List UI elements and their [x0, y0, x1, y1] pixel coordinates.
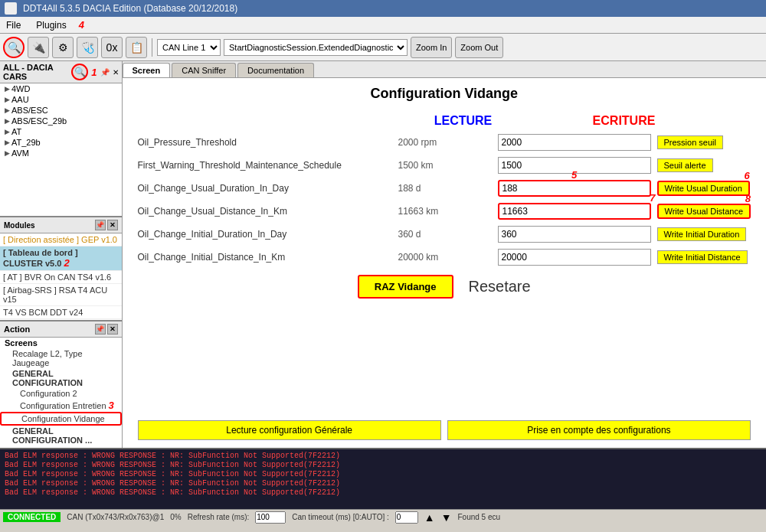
ecriture-header: ECRITURE [529, 114, 720, 128]
row-usual-distance-btn[interactable]: Write Usual Distance [657, 204, 751, 219]
main-layout: ALL - DACIA CARS 🔍 1 📌 ✕ ▶ 4WD ▶ AAU ▶ A… [0, 61, 766, 448]
module-airbag[interactable]: [ Airbag-SRS ] RSA T4 ACU v15 [0, 284, 122, 306]
general-config2-item[interactable]: GENERAL CONFIGURATION ... [0, 426, 122, 446]
config-title: Configuration Vidange [138, 86, 751, 102]
tab-bar: Screen CAN Sniffer Documentation [123, 61, 767, 78]
annot-8: 8 [745, 193, 751, 204]
action-panel-pin[interactable]: 📌 [95, 324, 106, 335]
annot-7: 7 [650, 192, 655, 204]
row-first-warning-btn[interactable]: Seuil alerte [657, 158, 713, 172]
log-line-1: Bad ELM response : WRONG RESPONSE : NR: … [5, 461, 761, 469]
left-panel: ALL - DACIA CARS 🔍 1 📌 ✕ ▶ 4WD ▶ AAU ▶ A… [0, 61, 123, 448]
lectures-item[interactable]: Lectures [0, 446, 122, 448]
row-oil-pressure-lecture: 2000 rpm [398, 137, 498, 148]
toolbar-diag-btn[interactable]: 🩺 [77, 37, 98, 58]
lecture-generale-btn[interactable]: Lecture configuration Générale [138, 420, 441, 440]
prise-en-compte-btn[interactable]: Prise en compte des configurations [447, 420, 751, 440]
module-panel-pin[interactable]: 📌 [95, 220, 106, 230]
toolbar-settings-btn[interactable]: ⚙ [52, 37, 74, 58]
session-select[interactable]: StartDiagnosticSession.ExtendedDiagnosti… [224, 39, 408, 56]
row-usual-duration-lecture: 188 d [398, 183, 498, 194]
toolbar-scan-btn[interactable]: 🔍 [3, 37, 25, 58]
toolbar-sep1 [152, 38, 152, 57]
row-usual-duration-input[interactable] [498, 180, 651, 197]
raz-label: Resetare [469, 278, 531, 295]
module-direction[interactable]: [ Direction assistée ] GEP v1.0 [0, 233, 122, 246]
raz-section: RAZ Vidange Resetare [138, 275, 751, 299]
toolbar-hex-btn[interactable]: 0x [101, 37, 123, 58]
row-usual-distance-input[interactable] [498, 203, 651, 220]
ecu-item-4wd[interactable]: ▶ 4WD [0, 83, 122, 94]
config-entretien-item[interactable]: Configuration Entretien 3 [0, 399, 122, 412]
can-info: CAN (Tx0x743/Rx0x763)@1 [67, 513, 164, 521]
row-first-warning-label: First_Warning_Threshold_Maintenance_Sche… [138, 160, 398, 171]
recalage-item[interactable]: Recalage L2, Type Jaugeage [0, 348, 122, 368]
status-connected: CONNECTED [3, 512, 61, 522]
can-timeout-input[interactable] [395, 511, 418, 524]
ecu-item-avm[interactable]: ▶ AVM [0, 148, 122, 158]
tab-can-sniffer[interactable]: CAN Sniffer [172, 63, 236, 77]
config-headers: LECTURE ECRITURE [138, 114, 751, 128]
module-at-bvr[interactable]: [ AT ] BVR On CAN TS4 v1.6 [0, 271, 122, 284]
screens-section[interactable]: Screens [0, 338, 122, 348]
status-percent: 0% [170, 513, 181, 521]
row-usual-distance: Oil_Change_Usual_Distance_In_Km 11663 km… [138, 203, 751, 220]
bottom-buttons: Lecture configuration Générale Prise en … [123, 420, 767, 448]
ecu-search-btn[interactable]: 🔍 [71, 64, 88, 80]
ecu-item-aau[interactable]: ▶ AAU [0, 94, 122, 105]
refresh-label: Refresh rate (ms): [188, 513, 250, 521]
raz-btn[interactable]: RAZ Vidange [358, 275, 453, 299]
row-usual-duration-btn[interactable]: Write Usual Duration [657, 181, 750, 196]
action-header: Action 📌 ✕ [0, 321, 122, 338]
general-config-item[interactable]: GENERAL CONFIGURATION [0, 368, 122, 388]
row-initial-duration-input[interactable] [498, 226, 651, 243]
can-timeout-label: Can timeout (ms) [0:AUTO] : [292, 513, 389, 521]
title-bar: DDT4All 5.3.5 DACIA Edition (Database 20… [0, 0, 766, 17]
row-first-warning-lecture: 1500 km [398, 160, 498, 171]
zoom-in-btn[interactable]: Zoom In [411, 37, 452, 58]
module-tableau-bord[interactable]: [ Tableau de bord ] CLUSTER v5.0 2 [0, 246, 122, 271]
config-vidange-item[interactable]: Configuration Vidange [0, 412, 122, 426]
can-timeout-down[interactable]: ▼ [441, 511, 452, 524]
ecu-item-at[interactable]: ▶ AT [0, 126, 122, 137]
panel-pin-btn[interactable]: 📌 [100, 68, 110, 77]
action-panel-close[interactable]: ✕ [107, 324, 118, 335]
panel-close-btn[interactable]: ✕ [113, 68, 119, 77]
row-oil-pressure-input[interactable] [498, 134, 651, 151]
config-content: Configuration Vidange LECTURE ECRITURE O… [123, 78, 767, 414]
can-timeout-up[interactable]: ▲ [424, 511, 435, 524]
row-initial-distance-btn[interactable]: Write Initial Distance [657, 250, 748, 264]
ecu-item-at29b[interactable]: ▶ AT_29b [0, 137, 122, 148]
tab-documentation[interactable]: Documentation [237, 63, 314, 77]
row-initial-duration: Oil_Change_Initial_Duration_In_Day 360 d… [138, 226, 751, 243]
toolbar-connect-btn[interactable]: 🔌 [28, 37, 49, 58]
row-initial-distance-lecture: 20000 km [398, 252, 498, 263]
all-cars-label: ALL - DACIA CARS [3, 63, 71, 81]
row-initial-duration-btn[interactable]: Write Initial Duration [657, 227, 747, 241]
module-panel-close[interactable]: ✕ [107, 220, 118, 230]
menu-plugins[interactable]: Plugins [33, 18, 69, 32]
status-bar: CONNECTED CAN (Tx0x743/Rx0x763)@1 0% Ref… [0, 509, 766, 524]
ecu-tree: ▶ 4WD ▶ AAU ▶ ABS/ESC ▶ ABS/ESC_29b ▶ AT… [0, 83, 122, 158]
ecu-tree-panel: ▶ 4WD ▶ AAU ▶ ABS/ESC ▶ ABS/ESC_29b ▶ AT… [0, 83, 122, 217]
ecu-search-bar: ALL - DACIA CARS 🔍 1 📌 ✕ [0, 61, 122, 83]
row-initial-distance-input[interactable] [498, 249, 651, 266]
annot-5: 5 [571, 169, 577, 181]
tab-screen[interactable]: Screen [123, 63, 171, 77]
ecu-item-absesc29b[interactable]: ▶ ABS/ESC_29b [0, 116, 122, 126]
menu-file[interactable]: File [3, 18, 24, 32]
refresh-input[interactable] [255, 511, 286, 524]
module-t4-bcm[interactable]: T4 VS BCM DDT v24 [0, 306, 122, 319]
zoom-out-btn[interactable]: Zoom Out [455, 37, 503, 58]
can-line-select[interactable]: CAN Line 1 [157, 39, 221, 56]
annot-3: 3 [109, 400, 114, 411]
annot-2: 2 [64, 257, 69, 269]
log-line-3: Bad ELM response : WRONG RESPONSE : NR: … [5, 479, 761, 488]
right-content: Screen CAN Sniffer Documentation Configu… [123, 61, 767, 448]
ecu-item-absesc[interactable]: ▶ ABS/ESC [0, 105, 122, 116]
toolbar: 🔍 🔌 ⚙ 🩺 0x 📋 CAN Line 1 StartDiagnosticS… [0, 34, 766, 61]
config2-item[interactable]: Configuration 2 [0, 388, 122, 399]
toolbar-ecu-btn[interactable]: 📋 [126, 37, 147, 58]
app-icon [5, 2, 17, 15]
row-oil-pressure-btn[interactable]: Pression seuil [657, 135, 723, 149]
